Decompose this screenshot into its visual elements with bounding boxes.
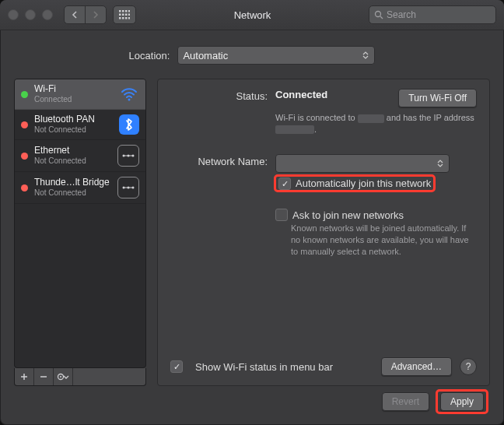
location-row: Location: Automatic — [14, 46, 490, 65]
svg-rect-0 — [119, 10, 121, 12]
ethernet-icon — [117, 145, 139, 167]
window-controls — [8, 9, 53, 20]
annotation-highlight: Automatically join this network — [275, 176, 434, 191]
desc-text: Wi-Fi is connected to — [275, 113, 355, 122]
minimize-window-button[interactable] — [25, 9, 36, 20]
annotation-highlight: Apply — [437, 391, 487, 413]
forward-button[interactable] — [85, 6, 106, 23]
interface-info: Wi-Fi Connected — [34, 84, 113, 104]
main-footer: Show Wi-Fi status in menu bar Advanced… … — [170, 357, 477, 376]
advanced-button[interactable]: Advanced… — [381, 357, 452, 376]
status-row: Status: Connected Turn Wi-Fi Off — [170, 89, 477, 107]
interface-info: Ethernet Not Connected — [34, 146, 111, 165]
svg-rect-2 — [125, 10, 128, 12]
svg-rect-11 — [128, 17, 130, 19]
interface-name: Ethernet — [34, 146, 111, 156]
desc-text: and has the IP address — [387, 113, 474, 122]
status-dot-icon — [21, 184, 28, 191]
status-dot-icon — [21, 121, 28, 128]
sidebar-item-wifi[interactable]: Wi-Fi Connected — [15, 79, 145, 110]
minus-icon — [40, 373, 47, 381]
ask-join-hint: Known networks will be joined automatica… — [291, 223, 477, 258]
interface-status: Not Connected — [34, 188, 111, 198]
svg-point-12 — [376, 12, 381, 17]
network-name-row: Network Name: — [170, 154, 477, 173]
show-all-button[interactable] — [113, 5, 136, 24]
auto-join-label: Automatically join this network — [296, 177, 431, 189]
chevron-right-icon — [93, 11, 99, 19]
search-icon — [374, 10, 383, 19]
auto-join-checkbox[interactable] — [278, 177, 291, 190]
nav-buttons — [64, 5, 107, 24]
svg-rect-6 — [125, 14, 128, 16]
sidebar-toolbar — [14, 368, 146, 386]
remove-interface-button[interactable] — [34, 368, 54, 385]
svg-rect-3 — [128, 10, 130, 12]
chevron-left-icon — [72, 11, 78, 19]
auto-join-row: Automatically join this network — [170, 177, 477, 191]
svg-point-14 — [128, 99, 131, 101]
back-button[interactable] — [65, 6, 85, 23]
sidebar-item-bluetooth[interactable]: Bluetooth PAN Not Connected — [15, 110, 145, 140]
wifi-icon — [119, 84, 139, 104]
search-placeholder: Search — [387, 9, 416, 20]
svg-rect-9 — [122, 17, 124, 19]
svg-rect-10 — [125, 17, 128, 19]
close-window-button[interactable] — [8, 9, 19, 20]
zoom-window-button[interactable] — [42, 9, 53, 20]
location-popup[interactable]: Automatic — [177, 46, 375, 65]
ask-join-label: Ask to join new networks — [292, 209, 404, 221]
gear-menu-icon — [56, 372, 70, 381]
plus-icon — [20, 373, 28, 381]
action-menu-button[interactable] — [54, 368, 73, 385]
sidebar-item-ethernet[interactable]: Ethernet Not Connected — [15, 140, 145, 172]
main-panel: Status: Connected Turn Wi-Fi Off Wi-Fi i… — [157, 79, 490, 386]
bluetooth-icon — [119, 114, 139, 135]
svg-rect-5 — [122, 14, 124, 16]
ask-join-checkbox[interactable] — [275, 209, 288, 221]
content: Wi-Fi Connected Bluetooth PAN Not Connec… — [14, 79, 490, 386]
ask-join-row: Ask to join new networks Known networks … — [170, 202, 477, 258]
body: Location: Automatic Wi-Fi Connected — [0, 30, 504, 425]
turn-wifi-off-button[interactable]: Turn Wi-Fi Off — [398, 89, 477, 107]
interface-sidebar: Wi-Fi Connected Bluetooth PAN Not Connec… — [14, 79, 146, 386]
interface-list: Wi-Fi Connected Bluetooth PAN Not Connec… — [14, 79, 146, 368]
apply-button[interactable]: Apply — [440, 392, 484, 411]
window-title: Network — [136, 9, 369, 21]
status-dot-icon — [21, 153, 28, 160]
show-menu-label: Show Wi-Fi status in menu bar — [195, 361, 333, 373]
network-preferences-window: Network Search Location: Automatic — [0, 0, 504, 425]
interface-name: Thunde…lt Bridge — [34, 177, 111, 188]
svg-point-22 — [60, 376, 61, 378]
status-dot-icon — [21, 91, 28, 98]
grid-icon — [119, 10, 130, 19]
show-menu-checkbox[interactable] — [170, 360, 183, 373]
svg-rect-4 — [119, 14, 121, 16]
desc-text: . — [314, 125, 317, 134]
location-value: Automatic — [183, 50, 228, 61]
revert-button[interactable]: Revert — [382, 392, 429, 411]
network-name-popup[interactable] — [275, 154, 450, 173]
interface-info: Bluetooth PAN Not Connected — [34, 114, 113, 134]
network-name-label: Network Name: — [170, 154, 275, 173]
svg-rect-8 — [119, 17, 121, 19]
help-button[interactable]: ? — [460, 358, 477, 375]
svg-rect-7 — [128, 14, 130, 16]
interface-status: Connected — [34, 95, 113, 104]
interface-status: Not Connected — [34, 156, 111, 166]
window-footer: Revert Apply — [14, 386, 490, 417]
interface-info: Thunde…lt Bridge Not Connected — [34, 177, 111, 197]
interface-name: Bluetooth PAN — [34, 114, 113, 125]
search-field[interactable]: Search — [369, 5, 496, 24]
redacted-ssid — [358, 114, 384, 123]
location-label: Location: — [129, 50, 170, 61]
redacted-ip — [275, 125, 314, 134]
status-value: Connected — [275, 89, 327, 100]
sidebar-item-thunderbolt-bridge[interactable]: Thunde…lt Bridge Not Connected — [15, 172, 145, 204]
status-desc: Wi-Fi is connected to and has the IP add… — [275, 112, 477, 135]
add-interface-button[interactable] — [15, 368, 34, 385]
question-icon: ? — [466, 361, 471, 372]
interface-status: Not Connected — [34, 125, 113, 135]
interface-name: Wi-Fi — [34, 84, 113, 95]
status-desc-row: Wi-Fi is connected to and has the IP add… — [170, 112, 477, 135]
